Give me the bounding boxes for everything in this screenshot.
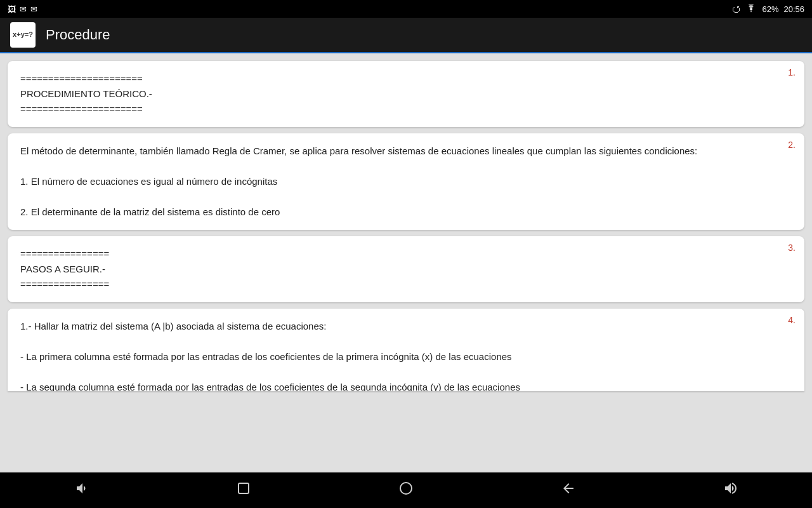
card-3-number: 3. [788,243,796,253]
card-3-content: ================ PASOS A SEGUIR.- ======… [20,246,792,292]
card-2-number: 2. [788,140,796,150]
card-4: 4. 1.- Hallar la matriz del sistema (A |… [8,309,804,391]
status-bar-left: 🖼 ✉ ✉ [8,4,37,14]
card-1: 1. ====================== PROCEDIMIENTO … [8,61,804,127]
battery-indicator: 62% [762,4,778,14]
card-2-content: El método de determinante, también llama… [20,144,792,220]
svg-point-1 [400,483,412,494]
wifi-icon [745,4,757,15]
card-4-content: 1.- Hallar la matriz del sistema (A |b) … [20,319,792,391]
card-4-number: 4. [788,315,796,325]
app-icon: x+y=? [10,22,36,48]
nav-bar [0,472,812,508]
card-1-number: 1. [788,67,796,77]
home-icon[interactable] [386,476,426,505]
back-icon[interactable] [548,476,589,505]
card-2: 2. El método de determinante, también ll… [8,133,804,230]
time-display: 20:56 [783,4,804,14]
card-1-content: ====================== PROCEDIMIENTO TEÓ… [20,71,792,117]
status-bar-right: ⭯ 62% 20:56 [731,4,804,15]
notification-icon-3: ✉ [30,4,37,14]
card-3: 3. ================ PASOS A SEGUIR.- ===… [8,236,804,302]
page-title: Procedure [46,27,110,43]
status-bar: 🖼 ✉ ✉ ⭯ 62% 20:56 [0,0,812,18]
bluetooth-icon: ⭯ [731,4,740,14]
content-area: 1. ====================== PROCEDIMIENTO … [0,53,812,472]
title-bar: x+y=? Procedure [0,18,812,53]
notification-icon-2: ✉ [20,4,27,14]
recent-apps-icon[interactable] [223,476,264,505]
volume-down-icon[interactable] [61,476,102,505]
volume-up-icon[interactable] [710,476,751,505]
svg-rect-0 [239,483,249,493]
notification-icon-1: 🖼 [8,4,16,14]
